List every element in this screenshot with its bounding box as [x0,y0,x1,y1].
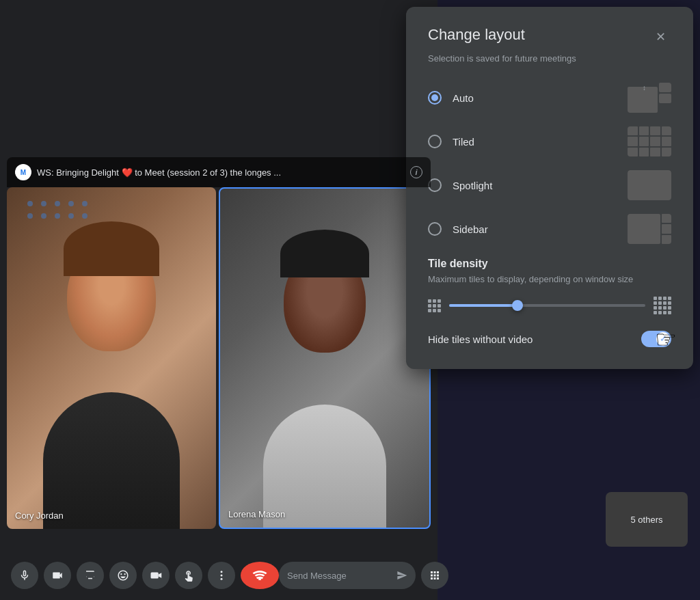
toolbar-controls [11,562,279,589]
density-large-icon [654,297,671,314]
layout-label-auto: Auto [453,92,628,104]
radio-inner-auto [431,94,438,101]
svg-point-3 [221,575,223,577]
meeting-title: WS: Bringing Delight ❤️ to Meet (session… [37,167,405,178]
layout-label-sidebar: Sidebar [453,223,628,235]
radio-sidebar[interactable] [428,222,442,236]
video-tile-1: Cory Jordan [7,187,216,529]
hide-tiles-label: Hide tiles without video [428,333,533,345]
radio-auto[interactable] [428,91,442,105]
toolbar-right: Send Message [279,562,448,589]
layout-preview-spotlight [628,170,671,200]
layout-option-tiled[interactable]: Tiled [428,126,671,156]
layout-preview-sidebar [628,214,671,244]
mic-button[interactable] [11,562,38,589]
video-tiles-container: Cory Jordan Lorena Mason [7,187,431,529]
person-hair-1 [64,221,159,276]
person-body-1 [43,392,180,529]
density-slider[interactable] [449,304,645,307]
tile-density-subtitle: Maximum tiles to display, depending on w… [428,274,671,284]
meet-header: Google Meet M WS: Bringing Delight ❤️ to… [7,157,431,187]
send-icon [396,570,407,581]
modal-subtitle: Selection is saved for future meetings [428,53,671,64]
send-message-placeholder: Send Message [287,571,391,581]
svg-rect-0 [151,573,159,579]
participant-name-2: Lorena Mason [228,509,285,519]
layout-option-spotlight[interactable]: Spotlight [428,170,671,200]
slider-fill [449,304,517,307]
raise-hand-button[interactable] [175,562,202,589]
radio-tiled[interactable] [428,135,442,148]
check-icon: ✓ [660,334,667,344]
layout-preview-tiled [628,126,671,156]
modal-close-button[interactable]: ✕ [649,26,671,48]
person-hair-2 [280,230,369,277]
layout-label-tiled: Tiled [453,136,628,148]
record-button[interactable] [142,562,170,589]
hide-tiles-toggle[interactable]: ✓ [641,331,671,347]
modal-header: Change layout ✕ [428,26,671,48]
modal-title: Change layout [428,26,525,44]
layout-option-auto[interactable]: Auto ↕ [428,83,671,113]
apps-button[interactable] [421,562,448,589]
bottom-toolbar: Send Message [0,551,438,600]
meet-logo: Google Meet M [15,164,31,180]
end-call-button[interactable] [241,562,279,589]
tile-density-title: Tile density [428,258,671,270]
background-dots [27,201,89,219]
video-tile-2: Lorena Mason [219,187,431,529]
send-message-bar[interactable]: Send Message [279,562,416,589]
info-icon[interactable]: i [410,166,422,178]
layout-label-spotlight: Spotlight [453,180,628,191]
hide-tiles-row: Hide tiles without video ✓ ☞ [428,331,671,347]
svg-point-2 [221,571,223,573]
more-options-button[interactable] [208,562,235,589]
others-count: 5 others [631,515,663,525]
participant-name-1: Cory Jordan [15,510,64,521]
change-layout-modal: Change layout ✕ Selection is saved for f… [406,7,693,369]
emoji-button[interactable] [109,562,137,589]
camera-button[interactable] [44,562,71,589]
layout-preview-auto: ↕ [628,83,671,113]
density-small-icon [428,299,441,312]
toggle-wrapper: ✓ ☞ [641,331,671,347]
others-tile: 5 others [606,492,688,547]
layout-option-sidebar[interactable]: Sidebar [428,214,671,244]
density-slider-row [428,297,671,314]
toggle-knob: ✓ [656,332,670,346]
svg-marker-1 [159,573,162,578]
slider-thumb[interactable] [512,300,523,311]
svg-point-4 [221,578,223,580]
present-button[interactable] [77,562,104,589]
